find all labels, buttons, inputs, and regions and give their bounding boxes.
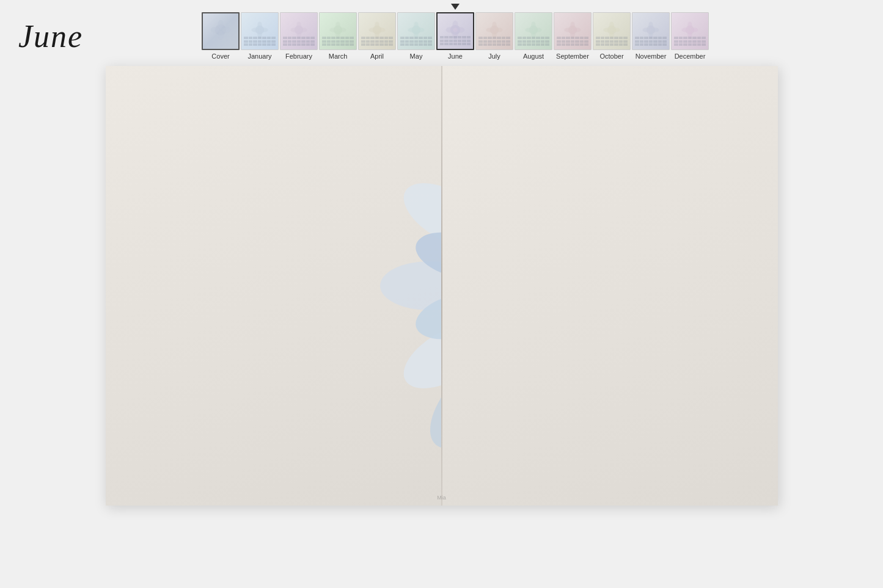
tab-thumb-february <box>280 12 318 50</box>
thumb-grid-dec <box>674 37 706 46</box>
svg-point-39 <box>486 27 494 32</box>
tab-may[interactable]: May <box>397 12 435 60</box>
svg-point-50 <box>573 27 581 32</box>
thumb-grid-jan <box>244 37 276 46</box>
tab-label-cover: Cover <box>211 53 229 60</box>
svg-point-65 <box>691 27 698 32</box>
page-title: June <box>18 18 141 54</box>
thumb-grid-oct <box>596 37 628 46</box>
tab-september[interactable]: September <box>554 12 592 60</box>
svg-point-60 <box>651 27 659 32</box>
thumb-grid-jul <box>478 37 510 46</box>
svg-point-59 <box>643 27 651 32</box>
tab-label-august: August <box>523 53 544 60</box>
thumb-inner-september <box>554 13 591 49</box>
tab-december[interactable]: December <box>671 12 709 60</box>
thumb-inner-october <box>593 13 630 49</box>
svg-point-24 <box>378 27 386 32</box>
spread-divider <box>441 66 442 506</box>
calendar-spread: Mia <box>106 66 778 506</box>
tab-label-may: May <box>410 53 423 60</box>
svg-point-29 <box>417 27 425 32</box>
tab-label-november: November <box>636 53 667 60</box>
page-bg-right <box>442 66 778 506</box>
svg-point-37 <box>492 22 496 30</box>
tab-cover[interactable]: Cover <box>202 12 240 60</box>
svg-point-45 <box>534 27 542 32</box>
tab-thumb-cover <box>202 12 240 50</box>
floral-art <box>106 66 441 506</box>
tab-label-september: September <box>556 53 589 60</box>
tabs-container: Cover <box>202 12 709 60</box>
thumb-inner-april <box>359 13 395 49</box>
thumb-inner-june <box>438 13 473 49</box>
svg-point-18 <box>330 27 338 32</box>
thumb-grid-sep <box>557 37 588 46</box>
svg-point-64 <box>682 27 690 32</box>
thumb-grid-apr <box>361 37 393 46</box>
tab-label-june: June <box>448 53 463 60</box>
svg-point-62 <box>687 22 692 30</box>
svg-point-44 <box>526 27 533 32</box>
svg-point-49 <box>565 27 573 32</box>
svg-point-8 <box>252 27 260 32</box>
svg-point-6 <box>257 22 262 30</box>
thumb-grid-may <box>400 37 432 46</box>
thumb-inner-january <box>241 13 278 49</box>
tab-january[interactable]: January <box>241 12 279 60</box>
tab-april[interactable]: April <box>358 12 396 60</box>
tab-label-december: December <box>675 53 706 60</box>
tab-june[interactable]: June <box>436 12 474 60</box>
svg-point-28 <box>408 27 416 32</box>
thumb-inner-july <box>476 13 513 49</box>
svg-point-19 <box>339 27 346 32</box>
svg-point-54 <box>604 27 612 32</box>
tab-thumb-october <box>593 12 631 50</box>
tab-label-october: October <box>599 53 623 60</box>
svg-point-13 <box>291 27 299 32</box>
tab-label-april: April <box>370 53 384 60</box>
tab-label-july: July <box>488 53 500 60</box>
thumb-grid-feb <box>283 37 315 46</box>
svg-point-80 <box>380 261 441 310</box>
thumb-inner-february <box>280 13 317 49</box>
tab-thumb-august <box>515 12 552 50</box>
svg-point-4 <box>222 27 230 33</box>
svg-point-55 <box>612 27 620 32</box>
svg-point-9 <box>260 27 268 32</box>
tab-july[interactable]: July <box>475 12 513 60</box>
thumb-grid-aug <box>518 37 549 46</box>
spread-left <box>106 66 441 506</box>
tab-february[interactable]: February <box>280 12 318 60</box>
svg-point-40 <box>495 27 503 32</box>
tab-label-march: March <box>329 53 348 60</box>
top-area: June <box>0 0 883 66</box>
tab-october[interactable]: October <box>593 12 631 60</box>
thumb-inner-november <box>632 13 669 49</box>
thumb-inner-may <box>398 13 434 49</box>
tab-november[interactable]: November <box>632 12 670 60</box>
svg-point-23 <box>369 27 377 32</box>
tab-august[interactable]: August <box>515 12 552 60</box>
svg-point-16 <box>335 22 340 30</box>
thumb-inner-august <box>515 13 552 49</box>
tab-label-january: January <box>247 53 271 60</box>
thumb-grid-mar <box>322 37 354 46</box>
tab-thumb-july <box>475 12 513 50</box>
main-canvas: Mia <box>0 66 883 588</box>
thumb-grid-jun <box>440 36 471 45</box>
svg-point-11 <box>296 22 301 30</box>
tab-thumb-november <box>632 12 670 50</box>
active-indicator <box>451 4 460 10</box>
thumb-inner-march <box>320 13 356 49</box>
svg-point-2 <box>218 31 224 40</box>
tab-label-february: February <box>285 53 312 60</box>
svg-point-47 <box>570 22 574 30</box>
svg-point-14 <box>299 27 307 32</box>
tab-thumb-march <box>319 12 357 50</box>
thumb-grid-nov <box>635 37 667 46</box>
tab-march[interactable]: March <box>319 12 357 60</box>
tab-thumb-april <box>358 12 396 50</box>
thumb-inner-cover <box>203 13 238 49</box>
thumb-inner-december <box>672 13 708 49</box>
